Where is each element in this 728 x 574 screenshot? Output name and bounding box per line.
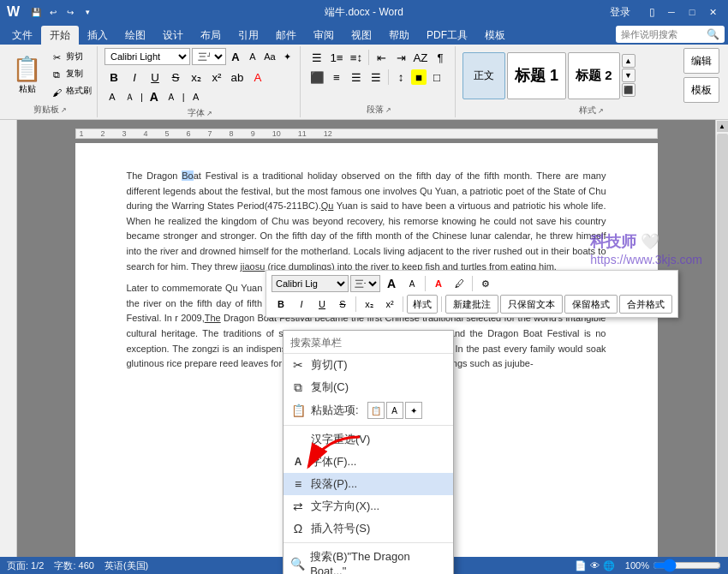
align-right-btn[interactable]: ☰ xyxy=(347,68,366,87)
ctx-search[interactable]: 🔍 搜索(B)"The Dragon Boat..." xyxy=(283,546,453,574)
float-bold-btn[interactable]: B xyxy=(272,295,290,314)
tab-home[interactable]: 开始 xyxy=(41,26,79,45)
font-color-btn[interactable]: A xyxy=(248,68,267,87)
bold-btn[interactable]: B xyxy=(104,68,123,87)
template-side-btn[interactable]: 模板 xyxy=(683,77,719,103)
tab-review[interactable]: 审阅 xyxy=(305,26,343,45)
paste-opt-3[interactable]: ✦ xyxy=(405,402,422,419)
multilevel-list-btn[interactable]: ≡↕ xyxy=(347,48,366,67)
style-h1[interactable]: 标题 1 xyxy=(507,52,566,99)
float-new-note-btn[interactable]: 新建批注 xyxy=(445,295,498,314)
float-save-format-btn[interactable]: 保留格式 xyxy=(564,295,618,314)
view-read-btn[interactable]: 👁 xyxy=(590,560,600,571)
increase-indent-btn[interactable]: ⇥ xyxy=(391,48,410,67)
float-copy-format-btn[interactable]: ⚙ xyxy=(476,274,495,293)
styles-expand-btn[interactable]: ⬛ xyxy=(622,83,636,97)
scroll-up-btn[interactable]: ▲ xyxy=(717,121,728,132)
view-web-btn[interactable]: 🌐 xyxy=(603,560,615,571)
font-family-select[interactable]: Calibri Light xyxy=(104,48,190,65)
close-btn[interactable]: ✕ xyxy=(704,3,721,21)
float-font-select[interactable]: Calibri Lig xyxy=(272,275,349,292)
tab-view[interactable]: 视图 xyxy=(343,26,380,45)
styles-scroll-down[interactable]: ▼ xyxy=(622,69,636,82)
float-superscript-btn[interactable]: x² xyxy=(380,295,399,314)
copy-button[interactable]: ⧉ xyxy=(49,68,64,83)
tab-help[interactable]: 帮助 xyxy=(380,26,418,45)
float-subscript-btn[interactable]: x₂ xyxy=(360,295,379,314)
doc-area[interactable]: 123456789101112 The Dragon Boat Festival… xyxy=(17,120,728,574)
scroll-thumb[interactable] xyxy=(717,134,728,560)
float-decrease-font-btn[interactable]: A xyxy=(403,274,421,293)
ctx-insert-symbol[interactable]: Ω 插入符号(S) xyxy=(283,517,453,540)
text-effect-btn[interactable]: A xyxy=(188,89,204,105)
restore-btn[interactable]: □ xyxy=(683,3,701,21)
align-left-btn[interactable]: ⬛ xyxy=(307,68,326,87)
tab-layout[interactable]: 布局 xyxy=(192,26,230,45)
float-highlight-btn[interactable]: 🖊 xyxy=(450,274,468,293)
ctx-paste-options[interactable]: 📋 粘贴选项: 📋 A ✦ xyxy=(283,398,453,422)
strikethrough-btn[interactable]: S xyxy=(166,68,185,87)
clipboard-expand-icon[interactable]: ↗ xyxy=(61,106,67,114)
tab-file[interactable]: 文件 xyxy=(3,26,41,45)
tab-draw[interactable]: 绘图 xyxy=(116,26,154,45)
ctx-font[interactable]: A 字体(F)... xyxy=(283,451,453,473)
float-strikethrough-btn[interactable]: S xyxy=(333,295,352,314)
style-normal[interactable]: 正文 xyxy=(462,52,505,99)
float-underline-btn[interactable]: U xyxy=(313,295,331,314)
font-size-up2-btn[interactable]: A xyxy=(146,89,162,105)
border-btn[interactable]: □ xyxy=(427,68,446,87)
login-button[interactable]: 登录 xyxy=(600,2,641,22)
ribbon-display-btn[interactable]: ▯ xyxy=(644,4,659,20)
tab-insert[interactable]: 插入 xyxy=(79,26,116,45)
sort-btn[interactable]: AZ xyxy=(411,48,430,67)
ctx-hanzi[interactable]: 汉字重选(V) xyxy=(283,428,453,451)
paragraph-expand-icon[interactable]: ↗ xyxy=(385,106,391,114)
tab-pdf[interactable]: PDF工具 xyxy=(418,26,476,45)
undo-quick-btn[interactable]: ↩ xyxy=(45,4,61,20)
format-painter-button[interactable]: 🖌 xyxy=(49,85,64,100)
float-merge-format-btn[interactable]: 合并格式 xyxy=(619,295,672,314)
bullets-btn[interactable]: ☰ xyxy=(307,48,326,67)
clear-format-btn[interactable]: ✦ xyxy=(279,49,295,64)
zoom-slider[interactable] xyxy=(653,560,721,571)
line-spacing-btn[interactable]: ↕ xyxy=(391,68,410,87)
redo-quick-btn[interactable]: ↪ xyxy=(63,4,78,20)
tab-mailings[interactable]: 邮件 xyxy=(267,26,305,45)
font-size-select[interactable]: 三号 xyxy=(192,48,226,65)
subscript-btn[interactable]: x₂ xyxy=(187,68,206,87)
tab-references[interactable]: 引用 xyxy=(230,26,267,45)
font-border-btn[interactable]: Ａ xyxy=(122,89,137,105)
show-marks-btn[interactable]: ¶ xyxy=(431,48,450,67)
increase-font-btn[interactable]: A xyxy=(228,49,243,64)
superscript-btn[interactable]: x² xyxy=(207,68,226,87)
underline-btn[interactable]: U xyxy=(146,68,164,87)
search-input[interactable] xyxy=(621,29,707,39)
change-case-btn[interactable]: Aa xyxy=(262,49,277,64)
decrease-indent-btn[interactable]: ⇤ xyxy=(372,48,391,67)
italic-btn[interactable]: I xyxy=(125,68,144,87)
styles-scroll-up[interactable]: ▲ xyxy=(622,54,636,68)
ctx-copy[interactable]: ⧉ 复制(C) xyxy=(283,376,453,398)
ctx-text-direction[interactable]: ⇄ 文字方向(X)... xyxy=(283,495,453,517)
save-quick-btn[interactable]: 💾 xyxy=(28,4,44,20)
float-readonly-btn[interactable]: 只保留文本 xyxy=(500,295,563,314)
text-highlight-btn[interactable]: ab xyxy=(228,68,247,87)
font-expand-icon[interactable]: ↗ xyxy=(206,110,212,117)
float-increase-font-btn[interactable]: A xyxy=(382,274,401,293)
vertical-scrollbar[interactable]: ▲ ▼ xyxy=(715,120,728,574)
justify-btn[interactable]: ☰ xyxy=(367,68,385,87)
decrease-font-btn[interactable]: A xyxy=(245,49,260,64)
font-size-dn2-btn[interactable]: A xyxy=(164,89,179,105)
float-italic-btn[interactable]: I xyxy=(292,295,311,314)
float-size-select[interactable]: 三号 xyxy=(350,275,380,292)
paste-opt-2[interactable]: A xyxy=(386,402,403,419)
float-style-btn[interactable]: 样式 xyxy=(407,295,438,314)
tab-design[interactable]: 设计 xyxy=(154,26,192,45)
font-shading-btn[interactable]: A xyxy=(104,89,120,105)
customize-quick-btn[interactable]: ▼ xyxy=(80,4,95,20)
styles-expand-icon[interactable]: ↗ xyxy=(598,107,604,115)
ctx-paragraph[interactable]: ≡ 段落(P)... xyxy=(283,473,453,495)
style-h2[interactable]: 标题 2 xyxy=(568,52,620,99)
cut-button[interactable]: ✂ xyxy=(49,51,64,66)
numbering-btn[interactable]: 1≡ xyxy=(327,48,346,67)
